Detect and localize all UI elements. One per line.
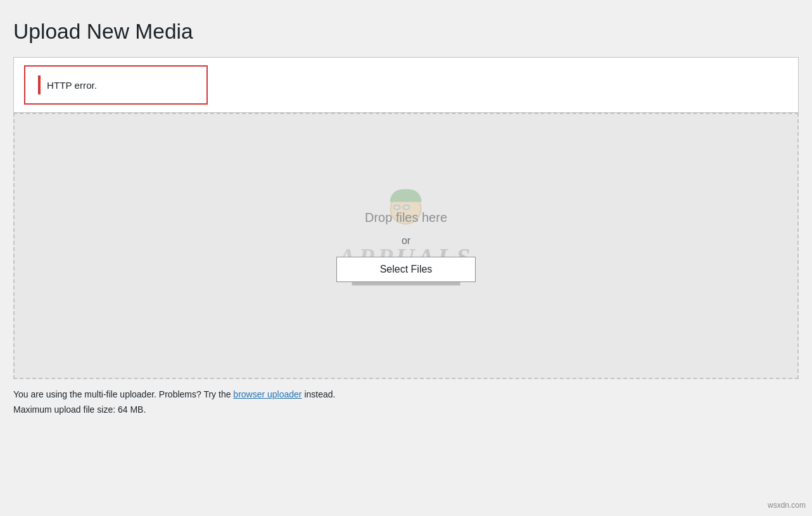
error-notice-row: HTTP error. bbox=[14, 58, 798, 112]
wsxdn-watermark: wsxdn.com bbox=[768, 501, 806, 510]
drop-files-text: Drop files here bbox=[365, 210, 447, 225]
error-message: HTTP error. bbox=[47, 80, 97, 91]
uploader-info-text: You are using the multi-file uploader. P… bbox=[13, 389, 799, 399]
browser-uploader-link[interactable]: browser uploader bbox=[233, 389, 301, 399]
or-divider: or bbox=[402, 235, 410, 247]
page-title: Upload New Media bbox=[13, 19, 799, 44]
drop-zone[interactable]: APPUALS FROM THE EXPERTS! Drop files her… bbox=[13, 113, 799, 379]
select-files-button[interactable]: Select Files bbox=[336, 257, 476, 282]
error-box: HTTP error. bbox=[24, 65, 208, 105]
error-bar-indicator bbox=[38, 75, 41, 94]
max-upload-text: Maximum upload file size: 64 MB. bbox=[13, 404, 799, 415]
page-container: Upload New Media HTTP error. bbox=[13, 19, 799, 415]
footer-info: You are using the multi-file uploader. P… bbox=[13, 389, 799, 415]
